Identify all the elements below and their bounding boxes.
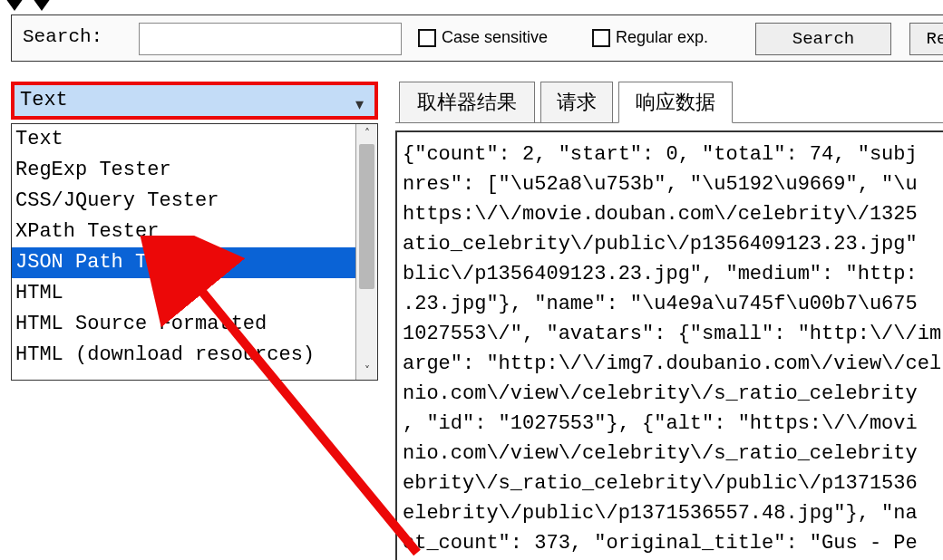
search-input[interactable] — [139, 23, 402, 55]
search-toolbar: Search: Case sensitive Regular exp. Sear… — [11, 14, 943, 62]
checkbox-icon — [418, 29, 436, 47]
dropdown-item[interactable]: JSON Path Tester — [12, 247, 355, 278]
case-sensitive-checkbox[interactable]: Case sensitive — [418, 28, 548, 47]
dropdown-item[interactable]: RegExp Tester — [12, 155, 355, 186]
tab-sampler-result[interactable]: 取样器结果 — [399, 82, 535, 123]
combo-selected-text: Text — [20, 89, 68, 111]
response-data-pane[interactable]: {"count": 2, "start": 0, "total": 74, "s… — [395, 130, 943, 560]
search-label: Search: — [23, 26, 102, 47]
dropdown-item[interactable]: Text — [12, 124, 355, 155]
case-sensitive-label: Case sensitive — [442, 28, 548, 47]
regular-exp-checkbox[interactable]: Regular exp. — [592, 28, 708, 47]
dropdown-item[interactable]: HTML — [12, 278, 355, 309]
triangle-icon — [33, 0, 51, 11]
render-mode-dropdown: TextRegExp TesterCSS/JQuery TesterXPath … — [11, 123, 378, 381]
triangle-icon — [5, 0, 24, 11]
result-tabs: 取样器结果 请求 响应数据 — [395, 82, 943, 123]
regular-exp-label: Regular exp. — [616, 28, 708, 47]
render-mode-combo[interactable]: Text ▾ — [11, 82, 378, 120]
dropdown-item[interactable]: CSS/JQuery Tester — [12, 186, 355, 217]
scroll-down-icon[interactable]: ˅ — [356, 362, 377, 380]
response-text: {"count": 2, "start": 0, "total": 74, "s… — [403, 140, 943, 558]
scrollbar-thumb[interactable] — [359, 144, 374, 289]
chevron-down-icon: ▾ — [355, 94, 364, 114]
scroll-up-icon[interactable]: ˄ — [356, 124, 377, 142]
tab-response-data[interactable]: 响应数据 — [618, 82, 733, 123]
checkbox-icon — [592, 29, 610, 47]
search-button[interactable]: Search — [755, 23, 891, 55]
dropdown-item[interactable]: HTML Source Formatted — [12, 309, 355, 340]
dropdown-item[interactable]: HTML (download resources) — [12, 340, 355, 371]
dropdown-item[interactable]: XPath Tester — [12, 217, 355, 247]
tab-request[interactable]: 请求 — [540, 82, 613, 123]
dropdown-scrollbar[interactable]: ˄ ˅ — [355, 124, 377, 380]
reset-button[interactable]: Re — [909, 23, 943, 55]
dropdown-list: TextRegExp TesterCSS/JQuery TesterXPath … — [12, 124, 355, 380]
